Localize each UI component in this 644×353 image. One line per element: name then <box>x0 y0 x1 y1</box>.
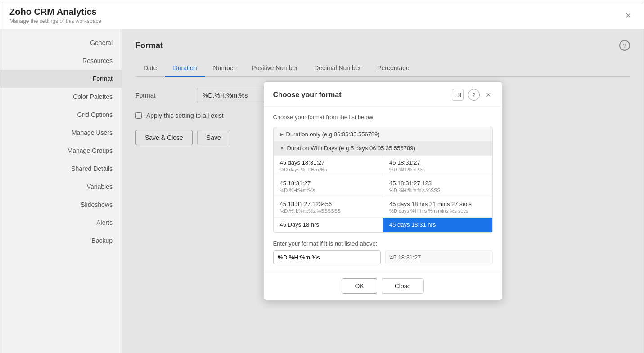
format-items: 45 days 18:31:27 %D days %H:%m:%s 45 18:… <box>274 155 492 232</box>
format-row-4: 45 Days 18 hrs 45 days 18:31 hrs <box>274 217 492 232</box>
format-display-4b: 45 days 18:31 hrs <box>389 221 486 228</box>
app-title: Zoho CRM Analytics <box>9 7 101 17</box>
format-item-3b[interactable]: 45 days 18 hrs 31 mins 27 secs %D days %… <box>383 197 492 217</box>
format-list: ▶ Duration only (e.g 06:05:35.556789) ▼ … <box>273 127 493 233</box>
modal-overlay: Choose your format ? × <box>122 29 644 353</box>
modal-footer: OK Close <box>264 272 502 300</box>
svg-rect-0 <box>455 93 459 97</box>
format-display-1b: 45 18:31:27 <box>389 159 486 166</box>
choose-format-modal: Choose your format ? × <box>264 81 502 300</box>
sidebar-item-manage-users[interactable]: Manage Users <box>0 124 122 142</box>
modal-help-icon[interactable]: ? <box>468 89 480 101</box>
format-group-duration-with-days[interactable]: ▼ Duration With Days (e.g 5 days 06:05:3… <box>274 141 492 155</box>
title-bar: Zoho CRM Analytics Manage the settings o… <box>0 0 644 29</box>
format-display-2b: 45.18:31:27.123 <box>389 180 486 187</box>
format-display-1a: 45 days 18:31:27 <box>280 159 377 166</box>
format-code-2b: %D.%H:%m:%s.%SSS <box>389 188 486 193</box>
app-window: Zoho CRM Analytics Manage the settings o… <box>0 0 644 353</box>
format-row-3: 45.18:31:27.123456 %D.%H:%m:%s.%SSSSSS 4… <box>274 197 492 217</box>
modal-title: Choose your format <box>273 91 342 99</box>
custom-format-label: Enter your format if it is not listed ab… <box>273 240 493 247</box>
sidebar-item-resources[interactable]: Resources <box>0 52 122 70</box>
format-display-3a: 45.18:31:27.123456 <box>280 201 377 207</box>
video-icon <box>455 92 461 98</box>
format-code-1b: %D %H:%m:%s <box>389 167 486 172</box>
sidebar-item-format[interactable]: Format <box>0 70 122 88</box>
group-duration-only-label: Duration only (e.g 06:05:35.556789) <box>286 131 380 138</box>
format-item-4a[interactable]: 45 Days 18 hrs <box>274 218 383 232</box>
format-row-1: 45 days 18:31:27 %D days %H:%m:%s 45 18:… <box>274 155 492 176</box>
format-code-2a: %D.%H:%m:%s <box>280 188 377 193</box>
modal-close-button[interactable]: × <box>484 89 493 101</box>
content-area: Format ? Date Duration Number Positive N… <box>122 29 644 353</box>
modal-video-icon[interactable] <box>452 89 464 101</box>
format-item-1b[interactable]: 45 18:31:27 %D %H:%m:%s <box>383 156 492 176</box>
main-layout: General Resources Format Color Palettes … <box>0 29 644 353</box>
app-close-button[interactable]: × <box>622 9 635 22</box>
sidebar-item-manage-groups[interactable]: Manage Groups <box>0 142 122 160</box>
format-display-3b: 45 days 18 hrs 31 mins 27 secs <box>389 201 486 207</box>
format-item-2a[interactable]: 45.18:31:27 %D.%H:%m:%s <box>274 176 383 197</box>
format-item-4b[interactable]: 45 days 18:31 hrs <box>383 218 492 232</box>
custom-inputs: 45.18:31:27 <box>273 250 493 264</box>
format-code-1a: %D days %H:%m:%s <box>280 167 377 172</box>
sidebar-item-shared-details[interactable]: Shared Details <box>0 160 122 178</box>
format-row-2: 45.18:31:27 %D.%H:%m:%s 45.18:31:27.123 … <box>274 176 492 197</box>
app-subtitle: Manage the settings of this workspace <box>9 18 101 24</box>
sidebar-item-alerts[interactable]: Alerts <box>0 214 122 232</box>
modal-instruction: Choose your format from the list below <box>273 114 493 121</box>
triangle-collapsed-icon: ▶ <box>280 132 284 137</box>
format-group-duration-only[interactable]: ▶ Duration only (e.g 06:05:35.556789) <box>274 127 492 141</box>
format-display-4a: 45 Days 18 hrs <box>280 221 377 228</box>
format-code-3a: %D.%H:%m:%s.%SSSSSS <box>280 208 377 214</box>
format-display-2a: 45.18:31:27 <box>280 180 377 187</box>
modal-body: Choose your format from the list below ▶… <box>264 107 502 272</box>
triangle-expanded-icon: ▼ <box>280 146 284 151</box>
sidebar-item-backup[interactable]: Backup <box>0 232 122 250</box>
title-bar-left: Zoho CRM Analytics Manage the settings o… <box>9 7 101 24</box>
sidebar: General Resources Format Color Palettes … <box>0 29 122 353</box>
modal-ok-button[interactable]: OK <box>342 278 377 294</box>
format-item-3a[interactable]: 45.18:31:27.123456 %D.%H:%m:%s.%SSSSSS <box>274 197 383 217</box>
sidebar-item-variables[interactable]: Variables <box>0 178 122 196</box>
sidebar-item-general[interactable]: General <box>0 34 122 52</box>
modal-header-icons: ? × <box>452 89 493 101</box>
format-item-1a[interactable]: 45 days 18:31:27 %D days %H:%m:%s <box>274 156 383 176</box>
format-item-2b[interactable]: 45.18:31:27.123 %D.%H:%m:%s.%SSS <box>383 176 492 197</box>
modal-header: Choose your format ? × <box>264 82 502 107</box>
custom-format-section: Enter your format if it is not listed ab… <box>273 240 493 264</box>
custom-format-preview: 45.18:31:27 <box>385 250 493 264</box>
sidebar-item-color-palettes[interactable]: Color Palettes <box>0 88 122 106</box>
custom-format-input[interactable] <box>273 250 381 264</box>
modal-close-footer-button[interactable]: Close <box>382 278 424 294</box>
sidebar-item-slideshows[interactable]: Slideshows <box>0 196 122 214</box>
format-code-3b: %D days %H hrs %m mins %s secs <box>389 208 486 214</box>
sidebar-item-grid-options[interactable]: Grid Options <box>0 106 122 124</box>
group-duration-with-days-label: Duration With Days (e.g 5 days 06:05:35.… <box>287 145 415 152</box>
